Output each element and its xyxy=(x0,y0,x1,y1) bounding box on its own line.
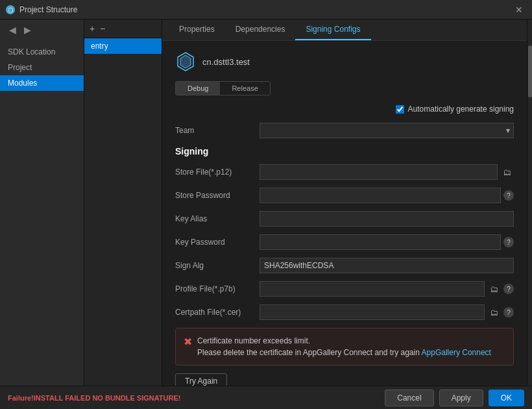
certpath-file-row: Certpath File(*.cer) 🗂 ? xyxy=(175,304,514,320)
key-password-row: Key Password ? xyxy=(175,234,514,250)
sidebar: ◀ ▶ SDK Location Project Modules xyxy=(0,19,84,386)
signing-section-title: Signing xyxy=(175,146,514,156)
tab-properties[interactable]: Properties xyxy=(169,19,225,40)
ok-button[interactable]: OK xyxy=(489,390,524,406)
sidebar-item-modules[interactable]: Modules xyxy=(0,75,84,91)
content-area: Properties Dependencies Signing Configs … xyxy=(162,19,527,386)
key-alias-input[interactable] xyxy=(260,211,514,227)
debug-toggle-button[interactable]: Debug xyxy=(176,82,220,95)
nav-arrows: ◀ ▶ xyxy=(0,19,84,40)
key-password-input-group: ? xyxy=(260,234,514,250)
team-select-wrapper xyxy=(260,123,514,138)
store-password-label: Store Password xyxy=(175,191,260,200)
window-title: Project Structure xyxy=(19,5,77,14)
error-box: ✖ Certificate number exceeds limit. Plea… xyxy=(175,328,514,366)
sidebar-item-project[interactable]: Project xyxy=(0,60,84,75)
error-icon: ✖ xyxy=(184,336,192,348)
profile-file-input-group: 🗂 ? xyxy=(260,281,514,297)
module-list-item-entry[interactable]: entry xyxy=(84,38,162,54)
module-header: cn.dsttl3.test xyxy=(175,51,514,72)
tabs: Properties Dependencies Signing Configs xyxy=(162,19,527,41)
store-password-input-group: ? xyxy=(260,188,514,203)
add-module-button[interactable]: + xyxy=(90,23,95,34)
key-alias-label: Key Alias xyxy=(175,214,260,223)
right-scrollbar[interactable] xyxy=(527,19,532,386)
store-file-input-group: 🗂 xyxy=(260,164,514,180)
sign-alg-input[interactable]: SHA256withECDSA xyxy=(260,258,514,273)
svg-marker-3 xyxy=(180,55,191,68)
release-toggle-button[interactable]: Release xyxy=(220,82,269,95)
tab-signing-configs[interactable]: Signing Configs xyxy=(295,19,370,40)
content-scroll: cn.dsttl3.test Debug Release Automatical… xyxy=(162,41,527,386)
cancel-button[interactable]: Cancel xyxy=(385,390,433,406)
profile-file-browse-button[interactable]: 🗂 xyxy=(487,283,501,295)
certpath-file-label: Certpath File(*.cer) xyxy=(175,308,260,317)
team-select[interactable] xyxy=(260,123,514,138)
sign-alg-label: Sign Alg xyxy=(175,261,260,270)
store-file-row: Store File(*.p12) 🗂 xyxy=(175,164,514,180)
close-button[interactable]: ✕ xyxy=(511,3,527,16)
nav-back-button[interactable]: ◀ xyxy=(6,23,19,36)
try-again-button[interactable]: Try Again xyxy=(175,373,227,386)
main-layout: ◀ ▶ SDK Location Project Modules + − ent… xyxy=(0,19,532,386)
store-file-input[interactable] xyxy=(260,164,498,180)
svg-text:⬡: ⬡ xyxy=(8,6,14,14)
sign-alg-row: Sign Alg SHA256withECDSA xyxy=(175,258,514,273)
apply-button[interactable]: Apply xyxy=(439,390,483,406)
sidebar-item-sdk-location[interactable]: SDK Location xyxy=(0,44,84,60)
tab-dependencies[interactable]: Dependencies xyxy=(225,19,296,40)
module-list: + − entry xyxy=(84,19,162,386)
error-description: Please delete the certificate in AppGall… xyxy=(197,348,420,357)
profile-file-help-button[interactable]: ? xyxy=(503,284,514,294)
store-password-row: Store Password ? xyxy=(175,188,514,203)
error-title: Certificate number exceeds limit. xyxy=(197,336,310,345)
appgallery-connect-link[interactable]: AppGallery Connect xyxy=(422,348,491,357)
store-password-input[interactable] xyxy=(260,188,501,203)
app-icon: ⬡ xyxy=(5,5,16,15)
error-text: Certificate number exceeds limit. Please… xyxy=(197,335,491,358)
auto-generate-checkbox[interactable] xyxy=(396,105,404,114)
certpath-file-help-button[interactable]: ? xyxy=(503,307,514,317)
remove-module-button[interactable]: − xyxy=(100,23,105,34)
team-row: Team xyxy=(175,123,514,138)
module-name: cn.dsttl3.test xyxy=(202,57,250,67)
key-alias-row: Key Alias xyxy=(175,211,514,227)
module-icon xyxy=(175,51,196,72)
profile-file-input[interactable] xyxy=(260,281,485,297)
debug-release-toggle: Debug Release xyxy=(175,81,271,95)
certpath-file-input[interactable] xyxy=(260,304,485,320)
auto-generate-label[interactable]: Automatically generate signing xyxy=(408,105,514,114)
title-bar: ⬡ Project Structure ✕ xyxy=(0,0,532,19)
key-password-input[interactable] xyxy=(260,234,501,250)
auto-generate-row: Automatically generate signing xyxy=(175,105,514,114)
store-file-browse-button[interactable]: 🗂 xyxy=(500,166,514,179)
bottom-actions: Cancel Apply OK xyxy=(385,390,524,406)
title-bar-left: ⬡ Project Structure xyxy=(5,5,77,15)
key-password-label: Key Password xyxy=(175,238,260,247)
profile-file-row: Profile File(*.p7b) 🗂 ? xyxy=(175,281,514,297)
key-password-help-button[interactable]: ? xyxy=(503,237,514,247)
scrollbar-thumb[interactable] xyxy=(528,45,532,97)
certpath-file-input-group: 🗂 ? xyxy=(260,304,514,320)
status-text: Failure!INSTALL FAILED NO BUNDLE SIGNATU… xyxy=(8,394,180,402)
module-list-toolbar: + − xyxy=(84,19,162,38)
profile-file-label: Profile File(*.p7b) xyxy=(175,284,260,293)
store-file-label: Store File(*.p12) xyxy=(175,167,260,177)
team-label: Team xyxy=(175,126,260,135)
nav-forward-button[interactable]: ▶ xyxy=(21,23,34,36)
bottom-bar: Failure!INSTALL FAILED NO BUNDLE SIGNATU… xyxy=(0,386,532,409)
store-password-help-button[interactable]: ? xyxy=(503,190,514,201)
certpath-file-browse-button[interactable]: 🗂 xyxy=(487,306,501,319)
sidebar-nav: SDK Location Project Modules xyxy=(0,40,84,95)
